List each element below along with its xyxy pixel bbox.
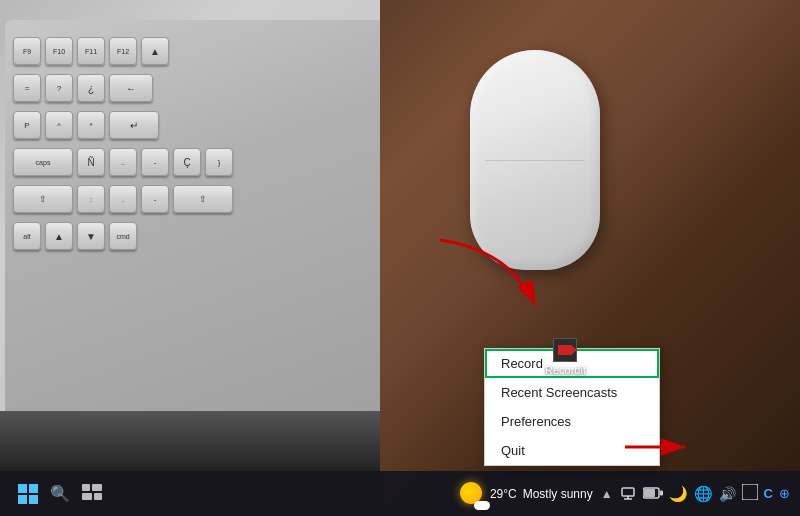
taskbar-search-icon[interactable]: 🔍: [50, 484, 70, 503]
svg-rect-16: [742, 484, 758, 500]
recordit-tray-icon[interactable]: Recordit: [545, 338, 586, 376]
svg-rect-10: [622, 488, 634, 496]
taskbar-right: 29°C Mostly sunny ▲: [460, 482, 800, 506]
wifi-icon[interactable]: ⊕: [779, 486, 790, 501]
key-caret: ^: [45, 111, 73, 139]
key-up-arrow: ▲: [45, 222, 73, 250]
key-caps: caps: [13, 148, 73, 176]
keyboard-surface: F9 F10 F11 F12 ▲ = ? ¿ ← P ^ * ↵ caps Ñ …: [5, 20, 405, 420]
key-shift-left: ⇧: [13, 185, 73, 213]
cloud-icon: [474, 501, 490, 510]
recordit-icon-box: [553, 338, 577, 362]
key-inverted-question: ¿: [77, 74, 105, 102]
key-f12: F12: [109, 37, 137, 65]
key-delete: ←: [109, 74, 153, 102]
battery-icon[interactable]: [643, 485, 663, 503]
key-question: ?: [45, 74, 73, 102]
key-alt: alt: [13, 222, 41, 250]
globe-icon[interactable]: 🌐: [694, 485, 713, 503]
system-tray: ▲ 🌙 🌐: [601, 483, 790, 504]
key-c-cedilla: Ç: [173, 148, 201, 176]
svg-rect-14: [644, 489, 655, 497]
key-minus: -: [141, 148, 169, 176]
key-f10: F10: [45, 37, 73, 65]
taskbar-left: 🔍: [0, 484, 102, 504]
windows-start-icon[interactable]: [18, 484, 38, 504]
menu-item-recent-screencasts[interactable]: Recent Screencasts: [485, 378, 659, 407]
keyboard-base: [0, 411, 420, 471]
key-hyphen: -: [141, 185, 169, 213]
weather-widget: 29°C Mostly sunny: [460, 482, 593, 506]
taskbar: 🔍 29°C Mostly sunny ▲: [0, 471, 800, 516]
tray-expand-icon[interactable]: ▲: [601, 487, 613, 501]
svg-rect-4: [18, 495, 27, 504]
svg-rect-15: [660, 490, 663, 495]
key-p: P: [13, 111, 41, 139]
volume-icon[interactable]: 🔊: [719, 486, 736, 502]
svg-rect-9: [94, 493, 102, 500]
key-dots: ..: [109, 148, 137, 176]
key-enter: ↵: [109, 111, 159, 139]
mouse-click-line: [485, 160, 585, 161]
key-down-arrow: ▼: [77, 222, 105, 250]
recordit-icon-inner: [558, 345, 572, 355]
night-mode-icon[interactable]: 🌙: [669, 485, 688, 503]
key-colon: :: [77, 185, 105, 213]
key-dot: .: [109, 185, 137, 213]
key-equals: =: [13, 74, 41, 102]
task-view-icon[interactable]: [82, 484, 102, 504]
weather-condition: Mostly sunny: [523, 487, 593, 501]
network-icon[interactable]: [619, 483, 637, 504]
weather-temp: 29°C: [490, 487, 517, 501]
recordit-icon-label: Recordit: [545, 364, 586, 376]
key-brace: }: [205, 148, 233, 176]
ime-icon[interactable]: C: [764, 486, 773, 501]
svg-rect-3: [29, 484, 38, 493]
key-f9: F9: [13, 37, 41, 65]
svg-rect-2: [18, 484, 27, 493]
svg-rect-5: [29, 495, 38, 504]
key-n-tilde: Ñ: [77, 148, 105, 176]
key-f11: F11: [77, 37, 105, 65]
mouse: [460, 50, 610, 300]
mouse-body: [470, 50, 600, 270]
key-star: *: [77, 111, 105, 139]
key-eject: ▲: [141, 37, 169, 65]
notification-icon[interactable]: [742, 484, 758, 504]
menu-item-quit[interactable]: Quit: [485, 436, 659, 465]
svg-rect-6: [82, 484, 90, 491]
key-shift-right: ⇧: [173, 185, 233, 213]
menu-item-preferences[interactable]: Preferences: [485, 407, 659, 436]
key-cmd: cmd: [109, 222, 137, 250]
svg-rect-7: [92, 484, 102, 491]
svg-rect-8: [82, 493, 92, 500]
